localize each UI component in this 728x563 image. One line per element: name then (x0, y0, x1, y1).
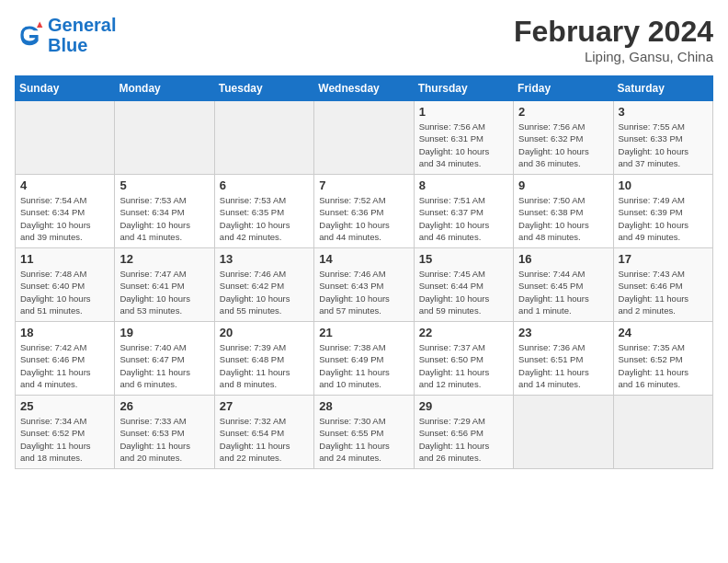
month-title: February 2024 (514, 15, 713, 49)
weekday-header-sunday: Sunday (16, 76, 115, 101)
calendar-cell: 18Sunrise: 7:42 AM Sunset: 6:46 PM Dayli… (16, 322, 115, 396)
calendar-cell: 3Sunrise: 7:55 AM Sunset: 6:33 PM Daylig… (613, 101, 712, 175)
logo-general: General (48, 15, 116, 35)
calendar-cell: 24Sunrise: 7:35 AM Sunset: 6:52 PM Dayli… (613, 322, 712, 396)
calendar-cell: 8Sunrise: 7:51 AM Sunset: 6:37 PM Daylig… (414, 175, 513, 248)
calendar-cell: 6Sunrise: 7:53 AM Sunset: 6:35 PM Daylig… (214, 175, 313, 248)
weekday-header-friday: Friday (514, 76, 613, 101)
day-info: Sunrise: 7:39 AM Sunset: 6:48 PM Dayligh… (220, 341, 309, 390)
calendar-cell: 27Sunrise: 7:32 AM Sunset: 6:54 PM Dayli… (214, 396, 313, 469)
day-info: Sunrise: 7:49 AM Sunset: 6:39 PM Dayligh… (619, 194, 708, 243)
calendar-week-2: 4Sunrise: 7:54 AM Sunset: 6:34 PM Daylig… (16, 175, 713, 248)
day-number: 10 (619, 178, 708, 192)
calendar-week-4: 18Sunrise: 7:42 AM Sunset: 6:46 PM Dayli… (16, 322, 713, 396)
day-info: Sunrise: 7:54 AM Sunset: 6:34 PM Dayligh… (20, 194, 109, 243)
weekday-header-monday: Monday (115, 76, 214, 101)
day-info: Sunrise: 7:30 AM Sunset: 6:55 PM Dayligh… (319, 415, 408, 464)
calendar-week-1: 1Sunrise: 7:56 AM Sunset: 6:31 PM Daylig… (16, 101, 713, 175)
day-info: Sunrise: 7:34 AM Sunset: 6:52 PM Dayligh… (20, 415, 109, 464)
calendar-cell: 12Sunrise: 7:47 AM Sunset: 6:41 PM Dayli… (115, 248, 214, 322)
calendar-cell: 14Sunrise: 7:46 AM Sunset: 6:43 PM Dayli… (314, 248, 414, 322)
day-info: Sunrise: 7:56 AM Sunset: 6:31 PM Dayligh… (419, 121, 508, 169)
weekday-header-saturday: Saturday (613, 76, 712, 101)
day-number: 14 (319, 252, 408, 266)
day-info: Sunrise: 7:36 AM Sunset: 6:51 PM Dayligh… (518, 341, 608, 390)
day-number: 26 (119, 399, 209, 413)
calendar-cell: 23Sunrise: 7:36 AM Sunset: 6:51 PM Dayli… (514, 322, 613, 396)
day-number: 3 (619, 105, 708, 119)
day-info: Sunrise: 7:46 AM Sunset: 6:42 PM Dayligh… (220, 268, 309, 316)
calendar-cell: 17Sunrise: 7:43 AM Sunset: 6:46 PM Dayli… (613, 248, 712, 322)
calendar-cell: 16Sunrise: 7:44 AM Sunset: 6:45 PM Dayli… (514, 248, 613, 322)
day-number: 24 (619, 326, 708, 339)
calendar-table: SundayMondayTuesdayWednesdayThursdayFrid… (15, 75, 713, 469)
day-info: Sunrise: 7:53 AM Sunset: 6:35 PM Dayligh… (220, 194, 309, 243)
day-info: Sunrise: 7:33 AM Sunset: 6:53 PM Dayligh… (119, 415, 209, 464)
calendar-cell (214, 101, 313, 175)
logo-blue: Blue (48, 35, 116, 55)
weekday-header-row: SundayMondayTuesdayWednesdayThursdayFrid… (16, 76, 713, 101)
location: Liping, Gansu, China (514, 49, 713, 64)
day-number: 13 (220, 252, 309, 266)
day-number: 15 (419, 252, 508, 266)
day-info: Sunrise: 7:32 AM Sunset: 6:54 PM Dayligh… (220, 415, 309, 464)
calendar-cell (613, 396, 712, 469)
weekday-header-tuesday: Tuesday (214, 76, 313, 101)
calendar-cell (514, 396, 613, 469)
calendar-cell: 19Sunrise: 7:40 AM Sunset: 6:47 PM Dayli… (115, 322, 214, 396)
calendar-cell: 11Sunrise: 7:48 AM Sunset: 6:40 PM Dayli… (16, 248, 115, 322)
calendar-cell: 21Sunrise: 7:38 AM Sunset: 6:49 PM Dayli… (314, 322, 414, 396)
day-info: Sunrise: 7:53 AM Sunset: 6:34 PM Dayligh… (119, 194, 209, 243)
day-number: 20 (220, 326, 309, 339)
day-number: 19 (119, 326, 209, 339)
calendar-week-3: 11Sunrise: 7:48 AM Sunset: 6:40 PM Dayli… (16, 248, 713, 322)
day-number: 28 (319, 399, 408, 413)
calendar-cell: 9Sunrise: 7:50 AM Sunset: 6:38 PM Daylig… (514, 175, 613, 248)
day-info: Sunrise: 7:38 AM Sunset: 6:49 PM Dayligh… (319, 341, 408, 390)
day-info: Sunrise: 7:52 AM Sunset: 6:36 PM Dayligh… (319, 194, 408, 243)
day-info: Sunrise: 7:48 AM Sunset: 6:40 PM Dayligh… (20, 268, 109, 316)
day-number: 2 (518, 105, 608, 119)
day-number: 16 (518, 252, 608, 266)
calendar-cell: 5Sunrise: 7:53 AM Sunset: 6:34 PM Daylig… (115, 175, 214, 248)
calendar-cell: 2Sunrise: 7:56 AM Sunset: 6:32 PM Daylig… (514, 101, 613, 175)
title-block: February 2024 Liping, Gansu, China (514, 15, 713, 64)
day-number: 21 (319, 326, 408, 339)
day-info: Sunrise: 7:42 AM Sunset: 6:46 PM Dayligh… (20, 341, 109, 390)
day-number: 8 (419, 178, 508, 192)
calendar-cell: 20Sunrise: 7:39 AM Sunset: 6:48 PM Dayli… (214, 322, 313, 396)
day-info: Sunrise: 7:45 AM Sunset: 6:44 PM Dayligh… (419, 268, 508, 316)
day-info: Sunrise: 7:43 AM Sunset: 6:46 PM Dayligh… (619, 268, 708, 316)
calendar-cell: 28Sunrise: 7:30 AM Sunset: 6:55 PM Dayli… (314, 396, 414, 469)
calendar-cell: 13Sunrise: 7:46 AM Sunset: 6:42 PM Dayli… (214, 248, 313, 322)
calendar-cell: 29Sunrise: 7:29 AM Sunset: 6:56 PM Dayli… (414, 396, 513, 469)
calendar-cell (115, 101, 214, 175)
calendar-cell: 15Sunrise: 7:45 AM Sunset: 6:44 PM Dayli… (414, 248, 513, 322)
calendar-cell: 7Sunrise: 7:52 AM Sunset: 6:36 PM Daylig… (314, 175, 414, 248)
calendar-cell: 10Sunrise: 7:49 AM Sunset: 6:39 PM Dayli… (613, 175, 712, 248)
day-number: 12 (119, 252, 209, 266)
day-number: 9 (518, 178, 608, 192)
calendar-cell (16, 101, 115, 175)
day-number: 25 (20, 399, 109, 413)
day-number: 6 (220, 178, 309, 192)
day-number: 5 (119, 178, 209, 192)
day-info: Sunrise: 7:55 AM Sunset: 6:33 PM Dayligh… (619, 121, 708, 169)
day-info: Sunrise: 7:40 AM Sunset: 6:47 PM Dayligh… (119, 341, 209, 390)
day-info: Sunrise: 7:51 AM Sunset: 6:37 PM Dayligh… (419, 194, 508, 243)
day-number: 4 (20, 178, 109, 192)
weekday-header-thursday: Thursday (414, 76, 513, 101)
day-info: Sunrise: 7:35 AM Sunset: 6:52 PM Dayligh… (619, 341, 708, 390)
calendar-cell: 1Sunrise: 7:56 AM Sunset: 6:31 PM Daylig… (414, 101, 513, 175)
logo-icon (15, 20, 44, 50)
day-number: 29 (419, 399, 508, 413)
day-number: 11 (20, 252, 109, 266)
day-info: Sunrise: 7:44 AM Sunset: 6:45 PM Dayligh… (518, 268, 608, 316)
page-header: General Blue February 2024 Liping, Gansu… (15, 15, 713, 64)
calendar-cell: 4Sunrise: 7:54 AM Sunset: 6:34 PM Daylig… (16, 175, 115, 248)
day-number: 22 (419, 326, 508, 339)
day-number: 1 (419, 105, 508, 119)
calendar-cell (314, 101, 414, 175)
day-number: 7 (319, 178, 408, 192)
day-info: Sunrise: 7:47 AM Sunset: 6:41 PM Dayligh… (119, 268, 209, 316)
